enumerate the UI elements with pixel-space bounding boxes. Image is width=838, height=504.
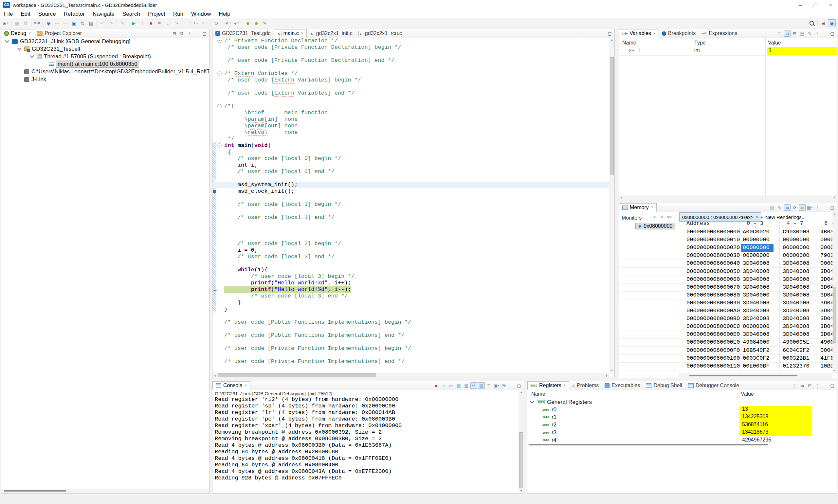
breakpoint-icon[interactable] [213,190,216,194]
remove-launch-icon[interactable]: × [440,382,447,389]
register-group-general-registers[interactable]: 1010General Registers [527,398,837,406]
link-memory-rendering-icon[interactable]: ⇉ [784,204,790,211]
instruction-stepping-icon[interactable]: ≡→ [201,19,209,27]
memory-cell[interactable]: 00000000080000C0 [687,323,740,330]
switch-memory-monitor-icon[interactable]: ⟳ [791,204,798,211]
memory-cell[interactable]: 0003C0F2 [743,355,770,362]
memory-cell[interactable]: 3D040008 [783,307,809,315]
suspend-icon[interactable]: ‖ [139,19,146,27]
tune-settings-icon[interactable]: ⇅ [78,19,86,27]
memory-cell[interactable]: 00000000 [743,236,770,244]
column-value[interactable]: Value [741,391,754,397]
column-type[interactable]: Type [694,40,706,46]
variables-hscrollbar[interactable]: ◂ ▸ [619,195,837,200]
memory-cell[interactable]: 00000000080000D0 [687,330,740,338]
scroll-right-icon[interactable]: ▸ [605,374,609,378]
memory-cell[interactable]: 10B540F2 [743,346,770,355]
menu-file[interactable]: File [0,11,17,17]
view-menu-icon[interactable]: ⋮ [814,382,821,389]
undo-icon[interactable]: ↶ [99,19,106,27]
column-name[interactable]: Name [622,40,636,46]
column-address[interactable]: Address [687,220,710,228]
column-4-7[interactable]: 4 - 7 [787,220,803,228]
tab-main-c[interactable]: cmain.c× [274,29,307,38]
minimize-icon[interactable]: – [508,382,515,389]
tab-debugger-console[interactable]: Debugger Console [685,381,742,390]
tab-problems[interactable]: ⚠Problems [569,381,602,390]
view-menu-icon[interactable]: ⋮ [814,204,821,211]
memory-monitor-item[interactable]: ◆0x08000000 [635,223,675,230]
word-wrap-icon[interactable]: ↵ [470,382,477,389]
close-icon[interactable]: × [301,31,303,36]
close-icon[interactable]: × [245,383,247,388]
memory-cell[interactable]: 4900095E [783,338,809,346]
show-console-on-stdout-icon[interactable]: ▤ [478,382,485,389]
variable-value[interactable]: 1 [767,47,837,55]
memory-cell[interactable]: 49084000 [743,338,770,346]
memory-cell[interactable]: 0000000008000020 [687,244,740,252]
tab-debug[interactable]: Debug× [1,29,34,38]
run-icon[interactable]: ●▾ [232,19,240,27]
remove-memory-monitor-icon[interactable]: × [658,214,665,220]
fold-collapse-icon[interactable]: − [217,71,221,76]
memory-cell[interactable]: 3D040008 [743,275,770,284]
memory-cell[interactable]: 00000000080000A0 [687,307,740,315]
scroll-up-icon[interactable]: ▴ [609,38,614,42]
maximize-icon[interactable]: ▢ [829,382,836,389]
clean-icon[interactable]: ▨ [87,19,95,27]
tab-project-explorer[interactable]: Project Explorer [34,29,85,38]
memory-cell[interactable]: 3D040008 [743,330,770,338]
fold-collapse-icon[interactable]: − [217,143,221,148]
column-0-3[interactable]: 0 - 3 [747,220,763,228]
expander-icon[interactable] [5,39,9,43]
memory-cell[interactable]: 0000000008000040 [687,259,740,267]
resume-icon[interactable]: ▶ [130,19,138,27]
minimize-icon[interactable]: – [821,30,828,37]
add-memory-monitor-icon[interactable]: + [651,214,658,220]
tab-gd32c2x1-init-c[interactable]: cgd32c2x1_init.c [307,29,356,38]
remove-all-terminated-icon[interactable]: ×× [448,382,455,389]
memory-cell[interactable]: 00032BB1 [783,355,809,362]
editor-hscrollbar[interactable]: ◂ ▸ [212,373,609,378]
close-button[interactable]: × [823,0,838,10]
variable-name[interactable]: i [639,48,641,53]
memory-cell[interactable]: 00E000BF [743,362,770,370]
scroll-left-icon[interactable]: ◂ [212,374,217,378]
memory-cell[interactable]: 3D040008 [743,284,770,291]
memory-cell[interactable]: 3D040008 [783,284,809,291]
terminate-icon[interactable]: ■ [147,19,155,27]
registers-hscrollbar[interactable] [529,444,768,446]
fold-collapse-icon[interactable]: − [217,104,221,108]
memory-cell[interactable]: 3D040008 [783,268,809,275]
show-logical-structures-icon[interactable]: ⇉ [799,382,806,389]
tab-variables[interactable]: (x)=Variables× [619,29,659,38]
minimize-button[interactable]: – [793,0,808,10]
memory-cell[interactable]: 0000000008000000 [687,228,740,236]
debug-history-icon[interactable]: ◉ [44,19,52,27]
maximize-icon[interactable]: ▢ [606,30,613,37]
scroll-up-icon[interactable]: ▴ [833,212,837,216]
memory-cell[interactable]: 00000000 [743,252,770,259]
tab-console[interactable]: Console× [212,381,250,390]
expander-icon[interactable] [30,54,34,58]
console-vscrollbar[interactable]: ▴ ▾ [518,390,524,493]
collapse-all-icon[interactable]: ⊟ [171,30,178,37]
scroll-down-icon[interactable]: ▾ [609,368,614,373]
minimize-icon[interactable]: – [821,382,828,389]
memory-cell[interactable]: 0000000008000090 [687,299,740,307]
minimize-icon[interactable]: – [599,30,606,37]
memory-cell[interactable]: 3D040008 [783,291,809,299]
memory-cell[interactable]: 0000000008000030 [687,252,740,259]
memory-cell[interactable]: 3D040008 [743,268,770,275]
editor-vscrollbar[interactable]: ▴ ▾ [609,38,614,373]
edit-variable-icon[interactable]: ✎ [806,30,813,37]
close-icon[interactable]: × [564,383,566,388]
tree-item-thread-1-57005-suspended-breakpoint[interactable]: Thread #1 57005 (Suspended : Breakpoint) [1,53,209,60]
menu-run[interactable]: Run [169,11,187,17]
memory-cell[interactable]: 3D040008 [783,323,809,330]
new-memory-view-icon[interactable]: ▤ [769,204,775,211]
menu-project[interactable]: Project [144,11,169,17]
memory-cell[interactable]: 0000000008000110 [687,362,740,370]
search-icon[interactable] [808,19,816,27]
program-back-icon[interactable]: ⇦ [53,19,61,27]
